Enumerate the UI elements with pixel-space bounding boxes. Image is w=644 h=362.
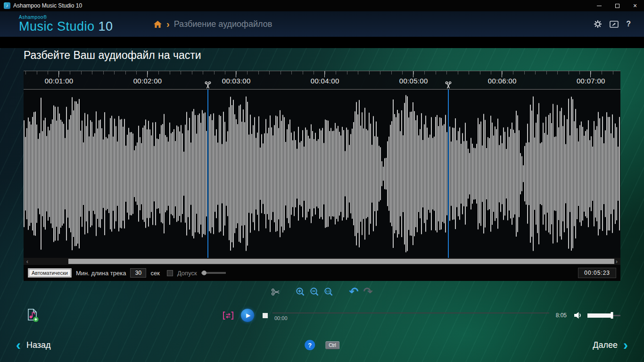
header: Ashampoo® Music Studio 10 › Разбиение ау…	[0, 11, 644, 37]
maximize-restore-button[interactable]	[608, 0, 626, 11]
app-logo: Ashampoo® Music Studio 10	[19, 15, 113, 33]
volume-thumb[interactable]	[611, 312, 613, 319]
add-audio-file-button[interactable]	[24, 307, 41, 324]
tolerance-label: Допуск	[177, 270, 197, 277]
scroll-left-arrow[interactable]: ‹	[24, 258, 31, 265]
zoom-reset-button[interactable]: 1:1	[324, 287, 333, 296]
back-chevron-icon: ‹	[16, 338, 21, 352]
horizontal-scrollbar[interactable]: ‹ ›	[24, 258, 620, 265]
sec-label: сек	[150, 270, 159, 277]
titlebar: ♪ Ashampoo Music Studio 10 ×	[0, 0, 644, 11]
tolerance-checkbox[interactable]	[167, 270, 173, 276]
breadcrumb-chevron-icon: ›	[166, 19, 170, 29]
play-button[interactable]: ▶	[241, 309, 254, 322]
main-content: Разбейте Ваш аудиофайл на части 00:01:00…	[0, 48, 644, 362]
min-length-label: Мин. длина трека	[76, 270, 126, 277]
breadcrumb: › Разбиение аудиофайлов	[153, 19, 272, 29]
app-icon: ♪	[4, 2, 10, 9]
minimize-icon	[597, 6, 602, 6]
timeline-label: 00:04:00	[311, 77, 339, 85]
ctrl-key-hint: Ctrl	[325, 341, 339, 349]
volume-speaker-icon[interactable]	[573, 311, 584, 320]
page-title: Разбейте Ваш аудиофайл на части	[24, 48, 644, 62]
next-label: Далее	[593, 340, 618, 350]
split-marker-line[interactable]	[207, 90, 208, 258]
back-button[interactable]: ‹ Назад	[16, 338, 57, 352]
elapsed-time: 00:00	[274, 315, 288, 321]
split-scissors-icon[interactable]	[204, 81, 212, 89]
scrollbar-thumb[interactable]	[68, 259, 614, 264]
split-marker-line[interactable]	[448, 90, 449, 258]
back-label: Назад	[26, 340, 51, 350]
volume-slider[interactable]	[587, 312, 620, 319]
waveform-area[interactable]	[24, 90, 620, 258]
timeline-ruler[interactable]: 00:01:0000:02:0000:03:0000:04:0000:05:00…	[24, 71, 620, 90]
seek-bar[interactable]: 00:00	[272, 308, 549, 322]
redo-button[interactable]: ↷	[363, 286, 373, 297]
help-button[interactable]: ?	[305, 340, 315, 350]
tolerance-slider[interactable]	[201, 270, 226, 276]
tolerance-thumb[interactable]	[202, 271, 206, 275]
total-time: 8:05	[556, 312, 567, 319]
player-bar: ▶ 00:00 8:05	[0, 303, 644, 328]
breadcrumb-title: Разбиение аудиофайлов	[174, 19, 272, 29]
stop-button[interactable]	[263, 313, 268, 318]
settings-gear-icon[interactable]	[594, 20, 602, 28]
split-controls-bar: Автоматически Мин. длина трека сек Допус…	[24, 265, 620, 281]
next-button[interactable]: Далее ›	[587, 338, 628, 352]
timeline-label: 00:03:00	[222, 77, 251, 85]
min-length-input[interactable]	[130, 268, 146, 278]
next-chevron-icon: ›	[623, 338, 628, 352]
logo-product-text: Music Studio 10	[19, 20, 113, 33]
minimize-button[interactable]	[590, 0, 608, 11]
footer-nav: ‹ Назад ? Ctrl Далее ›	[0, 336, 644, 354]
feedback-icon[interactable]	[610, 21, 619, 28]
scroll-right-arrow[interactable]: ›	[613, 258, 620, 265]
position-time-display: 00:05:23	[578, 268, 616, 278]
timeline-label: 00:01:00	[45, 77, 74, 85]
zoom-in-button[interactable]	[296, 287, 305, 296]
help-icon[interactable]: ?	[626, 20, 631, 28]
timeline-label: 00:07:00	[577, 77, 605, 85]
undo-button[interactable]: ↶	[349, 286, 358, 297]
close-button[interactable]: ×	[626, 0, 644, 11]
volume-fill	[587, 313, 612, 318]
timeline-label: 00:06:00	[488, 77, 517, 85]
cut-tool-button[interactable]	[271, 288, 280, 296]
selection-loop-button[interactable]	[222, 311, 234, 320]
timeline-label: 00:02:00	[133, 77, 162, 85]
maximize-icon	[615, 4, 619, 8]
home-button[interactable]	[153, 20, 162, 28]
split-scissors-icon[interactable]	[445, 81, 453, 89]
waveform-canvas[interactable]	[24, 90, 620, 258]
timeline-label: 00:05:00	[399, 77, 428, 85]
waveform-panel: 00:01:0000:02:0000:03:0000:04:0000:05:00…	[24, 71, 620, 281]
svg-text:1:1: 1:1	[326, 289, 330, 293]
zoom-out-button[interactable]	[310, 287, 319, 296]
edit-toolbar: 1:1 ↶ ↷	[0, 281, 644, 303]
play-icon: ▶	[246, 313, 250, 318]
progress-track	[272, 313, 549, 313]
window-title: Ashampoo Music Studio 10	[13, 2, 82, 9]
auto-split-button[interactable]: Автоматически	[28, 268, 72, 278]
